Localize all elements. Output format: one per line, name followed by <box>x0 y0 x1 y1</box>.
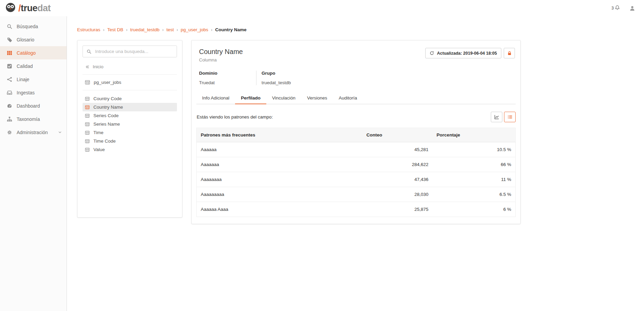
table-row: Aaaaaaaa 47,436 11 % <box>197 172 516 187</box>
list-view-button[interactable] <box>504 112 516 122</box>
breadcrumb-link-estructuras[interactable]: Estructuras <box>77 27 100 32</box>
patterns-table: Patrones más frecuentes Conteo Porcentaj… <box>196 128 516 217</box>
tab-info-adicional[interactable]: Info Adicional <box>196 92 235 104</box>
back-label: Inicio <box>93 64 104 69</box>
lock-button[interactable] <box>504 48 515 58</box>
breadcrumb: Estructuras›Test DB›truedat_testdb›test›… <box>77 27 644 32</box>
top-bar-actions: 3 <box>611 5 635 12</box>
sidebar-item-ingestas[interactable]: Ingestas <box>0 86 67 99</box>
patterns-intro-text: Estás viendo los patrones del campo: <box>197 114 273 120</box>
column-icon <box>85 113 90 118</box>
patterns-toolbar: Estás viendo los patrones del campo: <box>196 112 516 122</box>
truedat-logo[interactable]: /truedat <box>5 2 51 15</box>
breadcrumb-link-testdb[interactable]: Test DB <box>107 27 123 32</box>
tab-perfilado[interactable]: Perfilado <box>235 92 266 104</box>
parent-table-item[interactable]: pg_user_jobs <box>83 75 177 90</box>
column-item-series-name[interactable]: Series Name <box>83 120 177 128</box>
structure-detail-panel: Country Name Columna Actualizada: 2019-0… <box>191 40 521 224</box>
search-icon <box>87 49 91 54</box>
lock-icon <box>507 51 512 56</box>
percentage-cell: 11 % <box>432 172 515 187</box>
sidebar-item-taxonomia[interactable]: Taxonomía <box>0 112 67 126</box>
sidebar-item-label: Dashboard <box>17 103 40 109</box>
sidebar-item-calidad[interactable]: Calidad <box>0 59 67 73</box>
user-menu-button[interactable] <box>629 5 635 11</box>
count-cell: 28,030 <box>362 187 433 202</box>
back-to-inicio-link[interactable]: Inicio <box>83 57 177 75</box>
tab-versiones[interactable]: Versiones <box>301 92 333 104</box>
domain-label: Dominio <box>199 71 256 76</box>
column-item-label: Country Name <box>93 105 123 110</box>
sidebar-item-label: Administración <box>17 130 48 135</box>
column-item-value[interactable]: Value <box>83 145 177 154</box>
logo-text-primary: true <box>21 3 37 13</box>
column-item-label: Time Code <box>93 139 116 144</box>
breadcrumb-separator-icon: › <box>126 27 127 32</box>
double-chevron-left-icon <box>85 65 90 69</box>
check-square-icon <box>7 63 12 69</box>
sidebar-item-catalogo[interactable]: Catálogo <box>0 46 67 59</box>
column-icon <box>85 139 90 144</box>
pattern-cell: Aaaaaaa <box>197 157 362 172</box>
patterns-header-count: Conteo <box>362 128 433 142</box>
tab-vinculacion[interactable]: Vinculación <box>266 92 301 104</box>
chart-view-button[interactable] <box>491 112 502 122</box>
sidebar-item-glosario[interactable]: Glosario <box>0 33 67 46</box>
count-cell: 45,281 <box>362 142 433 157</box>
tab-auditoria[interactable]: Auditoría <box>333 92 363 104</box>
column-item-label: Time <box>93 130 104 135</box>
sidebar-item-label: Glosario <box>17 37 34 42</box>
structure-search-input[interactable] <box>94 49 173 54</box>
tag-icon <box>7 37 12 42</box>
column-item-country-name[interactable]: Country Name <box>83 103 177 111</box>
column-icon <box>85 147 90 152</box>
breadcrumb-separator-icon: › <box>177 27 178 32</box>
sidebar-item-dashboard[interactable]: Dashboard <box>0 99 67 112</box>
logo-slash: / <box>18 3 21 13</box>
parent-table-label: pg_user_jobs <box>94 80 121 85</box>
table-row: Aaaaaa 45,281 10.5 % <box>197 142 516 157</box>
sidebar-item-label: Linaje <box>17 77 29 82</box>
sidebar-item-label: Ingestas <box>17 90 35 95</box>
sidebar-item-label: Taxonomía <box>17 116 40 122</box>
group-value: truedat_testdb <box>262 80 516 85</box>
column-icon <box>85 105 90 110</box>
sidebar-item-administracion[interactable]: Administración <box>0 126 67 139</box>
breadcrumb-link-truedat-testdb[interactable]: truedat_testdb <box>130 27 159 32</box>
column-item-time-code[interactable]: Time Code <box>83 137 177 145</box>
sidebar: Búsqueda Glosario Catálogo Calidad Linaj <box>0 16 67 311</box>
breadcrumb-current: Country Name <box>215 27 246 32</box>
column-item-series-code[interactable]: Series Code <box>83 111 177 120</box>
structure-type-label: Columna <box>199 57 243 62</box>
column-item-country-code[interactable]: Country Code <box>83 94 177 103</box>
column-item-time[interactable]: Time <box>83 128 177 137</box>
pattern-cell: Aaaaaa <box>197 142 362 157</box>
refresh-updated-button[interactable]: Actualizada: 2019-06-04 18:05 <box>425 48 501 58</box>
logo-text-secondary: dat <box>37 3 51 13</box>
sidebar-item-busqueda[interactable]: Búsqueda <box>0 20 67 33</box>
sidebar-item-label: Catálogo <box>17 50 36 56</box>
pattern-cell: Aaaaaaaaa <box>197 187 362 202</box>
column-item-label: Series Code <box>93 113 119 118</box>
chart-icon <box>494 114 499 120</box>
count-cell: 25,875 <box>362 202 433 217</box>
structure-search-box <box>83 45 177 57</box>
search-icon <box>7 24 12 29</box>
domain-value: Truedat <box>199 80 256 85</box>
inbox-icon <box>7 90 12 95</box>
table-row: Aaaaaaa 284,622 66 % <box>197 157 516 172</box>
breadcrumb-link-test[interactable]: test <box>166 27 174 32</box>
columns-list: Country Code Country Name Series Code Se… <box>83 90 177 154</box>
notifications-button[interactable]: 3 <box>611 5 620 12</box>
detail-tabs: Info Adicional Perfilado Vinculación Ver… <box>196 92 516 104</box>
detail-header-actions: Actualizada: 2019-06-04 18:05 <box>425 48 515 58</box>
structure-explorer-panel: Inicio pg_user_jobs Country Code C <box>77 40 182 218</box>
sidebar-item-linaje[interactable]: Linaje <box>0 73 67 86</box>
gauge-icon <box>7 103 12 109</box>
domain-group-info: Dominio Truedat Grupo truedat_testdb <box>196 71 516 85</box>
gear-icon <box>7 130 12 135</box>
table-icon <box>85 80 90 85</box>
refresh-icon <box>430 51 434 55</box>
breadcrumb-link-pg-user-jobs[interactable]: pg_user_jobs <box>181 27 208 32</box>
sitemap-icon <box>7 116 12 122</box>
